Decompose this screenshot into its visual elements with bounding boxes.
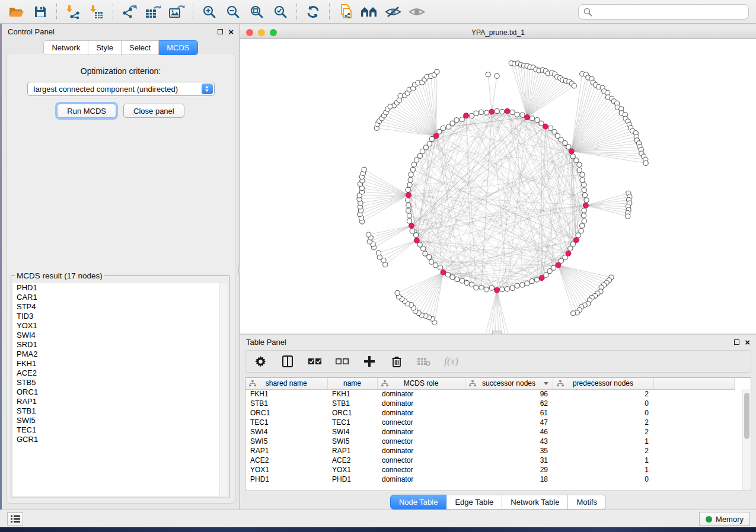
cell-name[interactable]: ORC1 xyxy=(327,408,377,418)
network-graph[interactable] xyxy=(240,39,756,333)
search-box[interactable] xyxy=(578,4,749,20)
cell-MCDS-role[interactable]: dominator xyxy=(377,389,465,399)
mcds-result-item[interactable]: TEC1 xyxy=(13,425,227,435)
table-row[interactable]: TEC1TEC1connector472 xyxy=(245,418,734,427)
column-header-MCDS-role[interactable]: MCDS role xyxy=(377,378,465,389)
mcds-result-item[interactable]: CAR1 xyxy=(13,293,227,302)
cell-MCDS-role[interactable]: connector xyxy=(377,465,465,475)
mcds-result-item[interactable]: STB1 xyxy=(13,406,227,416)
table-row[interactable]: RAP1RAP1dominator352 xyxy=(245,446,734,456)
cell-name[interactable]: STB1 xyxy=(327,399,377,408)
show-columns-button[interactable] xyxy=(281,354,294,369)
cell-successor-nodes[interactable]: 18 xyxy=(465,475,553,484)
cell-predecessor-nodes[interactable]: 1 xyxy=(553,456,653,465)
task-history-button[interactable] xyxy=(7,512,23,525)
table-header-row[interactable]: shared namenameMCDS rolesuccessor nodesp… xyxy=(245,378,734,389)
cell-name[interactable]: RAP1 xyxy=(327,446,377,456)
tab-network[interactable]: Network xyxy=(43,40,88,55)
mcds-list-scrollbar[interactable] xyxy=(219,283,227,496)
export-network-button[interactable] xyxy=(117,2,141,22)
cell-predecessor-nodes[interactable]: 2 xyxy=(553,446,653,456)
cell-predecessor-nodes[interactable]: 2 xyxy=(553,418,653,427)
cell-shared-name[interactable]: PHD1 xyxy=(245,475,327,484)
export-table-button[interactable] xyxy=(141,2,165,22)
export-image-button[interactable] xyxy=(165,2,189,22)
cell-predecessor-nodes[interactable]: 2 xyxy=(553,389,653,399)
table-row[interactable]: SWI5SWI5connector431 xyxy=(245,437,734,446)
tab-select[interactable]: Select xyxy=(122,40,159,55)
mcds-result-list[interactable]: PHD1CAR1STP4TID3YOX1SWI4SRD1PMA2FKH1ACE2… xyxy=(13,283,227,496)
search-input[interactable] xyxy=(596,7,744,17)
mcds-result-item[interactable]: SRD1 xyxy=(13,340,227,350)
close-panel-button[interactable]: Close panel xyxy=(123,104,184,118)
cell-shared-name[interactable]: SWI4 xyxy=(245,427,327,437)
mcds-result-item[interactable]: ACE2 xyxy=(13,368,227,378)
select-all-columns-button[interactable] xyxy=(308,354,321,369)
cell-name[interactable]: TEC1 xyxy=(327,418,377,427)
network-titlebar[interactable]: YPA_prune.txt_1 xyxy=(240,27,756,39)
hide-selected-button[interactable] xyxy=(381,2,405,22)
cell-MCDS-role[interactable]: connector xyxy=(377,437,465,446)
cell-successor-nodes[interactable]: 62 xyxy=(465,399,553,408)
network-canvas[interactable] xyxy=(240,39,756,333)
cell-successor-nodes[interactable]: 29 xyxy=(465,465,553,475)
cell-predecessor-nodes[interactable]: 0 xyxy=(553,399,653,408)
mcds-result-item[interactable]: TID3 xyxy=(13,312,227,321)
apply-layout-button[interactable] xyxy=(301,2,325,22)
mcds-result-item[interactable]: SWI5 xyxy=(13,416,227,425)
cell-shared-name[interactable]: SWI5 xyxy=(245,437,327,446)
cell-name[interactable]: FKH1 xyxy=(327,389,377,399)
table-settings-button[interactable] xyxy=(254,354,267,369)
cell-successor-nodes[interactable]: 31 xyxy=(465,456,553,465)
cell-shared-name[interactable]: ACE2 xyxy=(245,456,327,465)
cell-shared-name[interactable]: TEC1 xyxy=(245,418,327,427)
table-row[interactable]: ACE2ACE2connector311 xyxy=(245,456,734,465)
cell-name[interactable]: PHD1 xyxy=(327,475,377,484)
import-network-button[interactable] xyxy=(61,2,85,22)
float-panel-icon[interactable] xyxy=(218,29,223,34)
show-all-button[interactable] xyxy=(405,2,429,22)
zoom-out-button[interactable] xyxy=(221,2,245,22)
new-network-from-selection-button[interactable] xyxy=(334,2,358,22)
node-table-grid[interactable]: shared namenameMCDS rolesuccessor nodesp… xyxy=(245,378,735,484)
mcds-result-item[interactable]: PHD1 xyxy=(13,283,227,293)
cell-predecessor-nodes[interactable]: 1 xyxy=(553,465,653,475)
create-column-button[interactable] xyxy=(363,354,376,369)
cell-successor-nodes[interactable]: 35 xyxy=(465,446,553,456)
column-header-predecessor-nodes[interactable]: predecessor nodes xyxy=(553,378,653,389)
close-table-panel-icon[interactable]: × xyxy=(745,339,750,345)
table-row[interactable]: PHD1PHD1dominator180 xyxy=(245,475,734,484)
delete-column-button[interactable] xyxy=(390,354,403,369)
mcds-result-item[interactable]: RAP1 xyxy=(13,397,227,406)
cell-successor-nodes[interactable]: 47 xyxy=(465,418,553,427)
mcds-result-item[interactable]: YOX1 xyxy=(13,321,227,331)
cell-successor-nodes[interactable]: 96 xyxy=(465,389,553,399)
open-file-button[interactable] xyxy=(5,2,28,22)
tab-edge-table[interactable]: Edge Table xyxy=(446,495,502,509)
save-session-button[interactable] xyxy=(28,2,52,22)
cell-predecessor-nodes[interactable]: 2 xyxy=(553,427,653,437)
tab-style[interactable]: Style xyxy=(88,40,122,55)
zoom-in-button[interactable] xyxy=(197,2,221,22)
cell-shared-name[interactable]: STB1 xyxy=(245,399,327,408)
cell-name[interactable]: ACE2 xyxy=(327,456,377,465)
cell-shared-name[interactable]: YOX1 xyxy=(245,465,327,475)
column-header-successor-nodes[interactable]: successor nodes xyxy=(465,378,553,389)
cell-MCDS-role[interactable]: connector xyxy=(377,456,465,465)
cell-MCDS-role[interactable]: connector xyxy=(377,418,465,427)
mcds-result-item[interactable]: FKH1 xyxy=(13,359,227,368)
cell-shared-name[interactable]: ORC1 xyxy=(245,408,327,418)
table-scrollbar[interactable] xyxy=(742,389,750,490)
mcds-result-item[interactable]: ORC1 xyxy=(13,387,227,397)
optimization-select[interactable]: largest connected component (undirected) xyxy=(27,82,215,96)
mcds-result-item[interactable]: PMA2 xyxy=(13,350,227,359)
run-mcds-button[interactable]: Run MCDS xyxy=(57,104,116,118)
cell-MCDS-role[interactable]: dominator xyxy=(377,399,465,408)
cell-name[interactable]: SWI5 xyxy=(327,437,377,446)
cell-successor-nodes[interactable]: 61 xyxy=(465,408,553,418)
unselect-all-columns-button[interactable] xyxy=(336,354,349,369)
mcds-result-item[interactable]: GCR1 xyxy=(13,435,227,444)
mcds-result-item[interactable]: SWI4 xyxy=(13,331,227,340)
table-row[interactable]: ORC1ORC1dominator610 xyxy=(245,408,734,418)
sort-descending-icon[interactable] xyxy=(544,382,548,385)
